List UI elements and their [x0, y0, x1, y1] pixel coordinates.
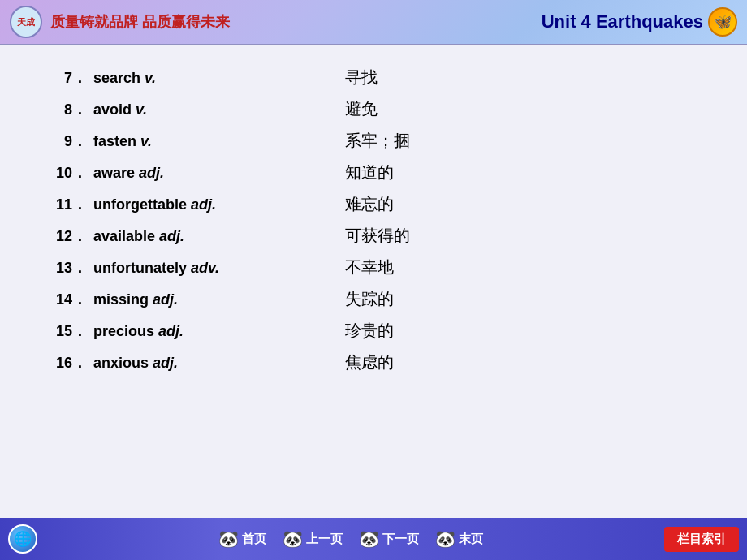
vocab-row: 7．search v.寻找	[49, 62, 698, 93]
vocab-english: precious adj.	[93, 323, 345, 340]
unit-label: Unit 4 Earthquakes	[542, 11, 703, 32]
vocab-number: 8．	[49, 100, 93, 119]
vocab-chinese: 知道的	[345, 162, 394, 183]
vocab-chinese: 难忘的	[345, 193, 394, 215]
nav-icon: 🐼	[218, 529, 239, 549]
vocab-row: 12．available adj.可获得的	[49, 220, 698, 252]
vocab-row: 9．fasten v.系牢；捆	[49, 125, 698, 157]
nav-label: 首页	[242, 532, 266, 547]
footer-nav-item[interactable]: 🐼首页	[218, 529, 266, 549]
vocab-number: 7．	[49, 68, 93, 88]
vocab-chinese: 珍贵的	[345, 320, 394, 342]
vocab-number: 10．	[49, 163, 93, 183]
vocab-number: 11．	[49, 195, 93, 214]
vocab-chinese: 不幸地	[345, 256, 394, 278]
footer-nav-item[interactable]: 🐼末页	[435, 529, 483, 549]
footer-nav: 🐼首页🐼上一页🐼下一页🐼末页	[37, 529, 664, 549]
nav-icon: 🐼	[359, 529, 379, 549]
footer-nav-item[interactable]: 🐼上一页	[283, 529, 343, 549]
footer: 🌐 🐼首页🐼上一页🐼下一页🐼末页 栏目索引	[0, 518, 747, 560]
vocab-row: 10．aware adj.知道的	[49, 157, 698, 188]
vocab-chinese: 失踪的	[345, 288, 394, 310]
vocab-table: 7．search v.寻找8．avoid v.避免9．fasten v.系牢；捆…	[49, 62, 698, 378]
vocab-number: 14．	[49, 290, 93, 309]
vocab-row: 14．missing adj.失踪的	[49, 283, 698, 315]
footer-left: 🌐	[8, 524, 37, 554]
vocab-chinese: 寻找	[345, 67, 378, 88]
nav-label: 末页	[459, 532, 483, 547]
vocab-chinese: 焦虑的	[345, 351, 394, 373]
vocab-english: unforgettable adj.	[93, 196, 345, 213]
header-left: 天成 质量铸就品牌 品质赢得未来	[10, 6, 230, 38]
vocab-english: missing adj.	[93, 291, 345, 308]
vocab-english: aware adj.	[93, 165, 345, 182]
vocab-row: 15．precious adj.珍贵的	[49, 315, 698, 347]
globe-icon: 🌐	[8, 524, 37, 554]
vocab-english: unfortunately adv.	[93, 260, 345, 277]
header-slogan: 质量铸就品牌 品质赢得未来	[50, 12, 230, 32]
vocab-row: 8．avoid v.避免	[49, 93, 698, 125]
nav-icon: 🐼	[435, 529, 456, 549]
header: 天成 质量铸就品牌 品质赢得未来 Unit 4 Earthquakes 🦋	[0, 0, 747, 45]
header-right: Unit 4 Earthquakes 🦋	[542, 7, 737, 37]
logo: 天成	[10, 6, 42, 38]
butterfly-icon[interactable]: 🦋	[708, 7, 737, 37]
main-content: 7．search v.寻找8．avoid v.避免9．fasten v.系牢；捆…	[0, 45, 747, 518]
vocab-english: anxious adj.	[93, 355, 345, 372]
vocab-english: search v.	[93, 70, 345, 87]
vocab-number: 15．	[49, 321, 93, 341]
nav-label: 上一页	[306, 532, 343, 547]
nav-icon: 🐼	[283, 529, 303, 549]
vocab-english: available adj.	[93, 228, 345, 245]
vocab-row: 11．unforgettable adj.难忘的	[49, 188, 698, 220]
vocab-number: 13．	[49, 258, 93, 278]
footer-nav-item[interactable]: 🐼下一页	[359, 529, 419, 549]
vocab-english: avoid v.	[93, 101, 345, 118]
vocab-chinese: 避免	[345, 98, 378, 120]
vocab-row: 16．anxious adj.焦虑的	[49, 347, 698, 378]
vocab-chinese: 可获得的	[345, 225, 410, 247]
logo-text: 天成	[17, 16, 35, 28]
vocab-chinese: 系牢；捆	[345, 130, 410, 152]
nav-label: 下一页	[382, 532, 419, 547]
vocab-number: 12．	[49, 226, 93, 246]
vocab-english: fasten v.	[93, 133, 345, 150]
vocab-number: 16．	[49, 353, 93, 373]
vocab-row: 13．unfortunately adv.不幸地	[49, 252, 698, 283]
vocab-number: 9．	[49, 131, 93, 151]
index-button[interactable]: 栏目索引	[664, 527, 739, 552]
